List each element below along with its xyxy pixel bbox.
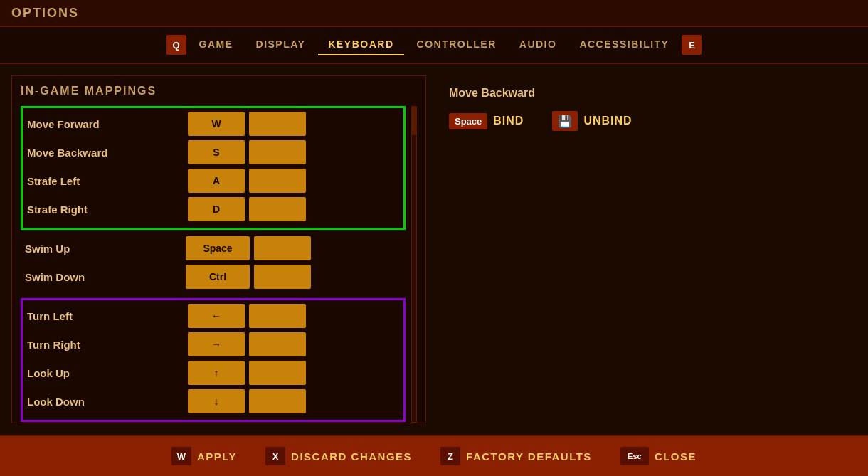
apply-label: APPLY (197, 450, 237, 462)
right-panel: Move Backward Space BIND 💾 UNBIND (438, 75, 857, 423)
key-btn-strafe-right-2[interactable] (249, 197, 306, 221)
unbind-label: UNBIND (583, 115, 632, 127)
bind-button[interactable]: Space BIND (449, 113, 524, 129)
key-btn-swim-down-2[interactable] (254, 265, 311, 289)
tab-controller[interactable]: CONTROLLER (407, 34, 507, 55)
table-row: Swim Up Space (25, 236, 401, 261)
scroll-area: Move Forward W Move Backward S Strafe Le… (21, 106, 417, 423)
arrows-group: Turn Left ← Turn Right → Look Up ↑ (21, 298, 406, 422)
table-row: Move Backward S (27, 139, 399, 165)
key-btn-swim-up-2[interactable] (254, 236, 311, 260)
table-row: Strafe Right D (27, 196, 399, 222)
key-btn-swim-down-1[interactable]: Ctrl (186, 265, 250, 289)
scrollbar-thumb (412, 107, 416, 135)
key-btn-strafe-right-1[interactable]: D (188, 197, 245, 221)
table-row: Move Forward W (27, 111, 399, 137)
unbind-button[interactable]: 💾 UNBIND (552, 111, 632, 131)
row-label-strafe-right: Strafe Right (27, 203, 184, 216)
bottom-bar: W APPLY X DISCARD CHANGES Z FACTORY DEFA… (0, 435, 868, 476)
prev-tab-button[interactable]: Q (166, 35, 186, 55)
binding-actions: Space BIND 💾 UNBIND (449, 111, 633, 131)
key-btn-look-up-1[interactable]: ↑ (188, 361, 245, 385)
mappings-panel: IN-GAME MAPPINGS Move Forward W Move Bac… (11, 75, 426, 423)
top-bar: OPTIONS (0, 0, 868, 27)
wasd-group: Move Forward W Move Backward S Strafe Le… (21, 106, 406, 230)
table-row: Look Up ↑ (27, 360, 399, 386)
scrollbar[interactable] (411, 106, 417, 423)
swim-group: Swim Up Space Swim Down Ctrl (21, 233, 406, 295)
key-btn-look-down-2[interactable] (249, 389, 306, 413)
tab-accessibility[interactable]: ACCESSIBILITY (569, 34, 679, 55)
discard-button[interactable]: X DISCARD CHANGES (265, 447, 412, 465)
mappings-list: Move Forward W Move Backward S Strafe Le… (21, 106, 406, 423)
tab-game[interactable]: GAME (189, 34, 243, 55)
row-label-move-forward: Move Forward (27, 118, 184, 130)
next-tab-button[interactable]: E (682, 35, 702, 55)
apply-button[interactable]: W APPLY (171, 447, 237, 465)
app-title: OPTIONS (11, 6, 79, 21)
binding-title: Move Backward (449, 87, 535, 100)
factory-label: FACTORY DEFAULTS (466, 450, 592, 462)
key-btn-move-backward-1[interactable]: S (188, 140, 245, 164)
row-label-look-down: Look Down (27, 396, 184, 408)
tab-audio[interactable]: AUDIO (509, 34, 567, 55)
row-label-move-backward: Move Backward (27, 147, 184, 159)
row-label-look-up: Look Up (27, 367, 184, 379)
key-btn-turn-left-2[interactable] (249, 304, 306, 328)
tab-display[interactable]: DISPLAY (246, 34, 316, 55)
key-btn-turn-left-1[interactable]: ← (188, 304, 245, 328)
row-label-strafe-left: Strafe Left (27, 175, 184, 187)
table-row: Strafe Left A (27, 168, 399, 194)
key-btn-strafe-left-1[interactable]: A (188, 169, 245, 193)
table-row: Swim Down Ctrl (25, 264, 401, 290)
key-btn-look-down-1[interactable]: ↓ (188, 389, 245, 413)
factory-defaults-button[interactable]: Z FACTORY DEFAULTS (440, 447, 592, 465)
close-button[interactable]: Esc CLOSE (620, 447, 697, 465)
key-btn-look-up-2[interactable] (249, 361, 306, 385)
discard-key: X (265, 447, 285, 465)
close-key: Esc (620, 447, 649, 465)
tab-keyboard[interactable]: KEYBOARD (318, 34, 403, 55)
unbind-icon: 💾 (552, 111, 578, 131)
key-btn-strafe-left-2[interactable] (249, 169, 306, 193)
table-row: Turn Left ← (27, 303, 399, 329)
nav-bar: Q GAME DISPLAY KEYBOARD CONTROLLER AUDIO… (0, 27, 868, 64)
table-row: Turn Right → (27, 332, 399, 357)
panel-title: IN-GAME MAPPINGS (21, 85, 417, 97)
row-label-swim-down: Swim Down (25, 271, 181, 283)
table-row: Look Down ↓ (27, 388, 399, 414)
row-label-turn-left: Turn Left (27, 310, 184, 322)
key-btn-move-forward-1[interactable]: W (188, 112, 245, 136)
apply-key: W (171, 447, 191, 465)
factory-key: Z (440, 447, 460, 465)
key-btn-move-backward-2[interactable] (249, 140, 306, 164)
key-btn-turn-right-1[interactable]: → (188, 332, 245, 356)
row-label-swim-up: Swim Up (25, 243, 181, 255)
key-btn-move-forward-2[interactable] (249, 112, 306, 136)
main-content: IN-GAME MAPPINGS Move Forward W Move Bac… (0, 64, 868, 435)
key-btn-turn-right-2[interactable] (249, 332, 306, 356)
close-label: CLOSE (655, 450, 697, 462)
bind-current-key: Space (449, 113, 487, 129)
key-btn-swim-up-1[interactable]: Space (186, 236, 250, 260)
row-label-turn-right: Turn Right (27, 339, 184, 351)
discard-label: DISCARD CHANGES (291, 450, 412, 462)
bind-label: BIND (493, 115, 524, 127)
